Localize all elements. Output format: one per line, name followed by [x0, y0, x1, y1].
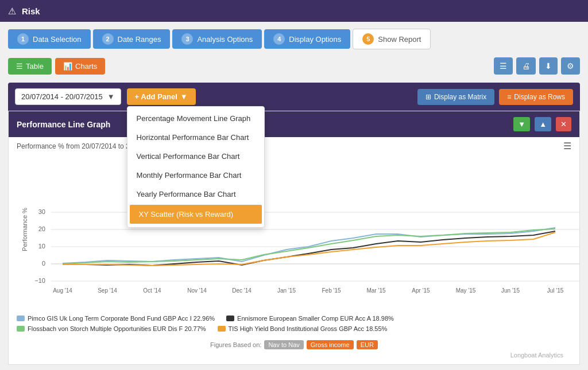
- charts-icon: 📊: [63, 62, 72, 71]
- chart-legend: Pimco GIS Uk Long Term Corporate Bond Fu…: [9, 310, 579, 337]
- step-label-4: Display Options: [289, 35, 341, 44]
- legend-color-pimco: [17, 316, 25, 321]
- figures-label: Figures Based on:: [210, 341, 261, 348]
- wizard-step-date-ranges[interactable]: 2 Date Ranges: [93, 29, 171, 49]
- display-rows-icon: ≡: [507, 93, 511, 101]
- table-label: Table: [26, 62, 44, 71]
- panel-right-buttons: ⊞ Display as Matrix ≡ Display as Rows: [417, 89, 573, 105]
- step-badge-5: 5: [362, 33, 374, 45]
- svg-text:0: 0: [42, 260, 45, 267]
- export-list-button[interactable]: ☰: [494, 57, 513, 75]
- toolbar: ☰ Table 📊 Charts ☰ 🖨 ⬇ ⚙: [8, 57, 580, 75]
- chart-area: Performance % 30 20 10 0 −10 Aug '14: [9, 155, 579, 310]
- add-panel-dropdown: Percentage Movement Line GraphHorizontal…: [127, 106, 265, 228]
- add-panel-caret-icon: ▼: [180, 92, 188, 101]
- charts-label: Charts: [75, 62, 97, 71]
- settings-button[interactable]: ⚙: [561, 57, 580, 75]
- dropdown-item-monthly-bar[interactable]: Monthly Performance Bar Chart: [127, 166, 264, 185]
- panel-container: 20/07/2014 - 20/07/2015 ▼ + Add Panel ▼ …: [8, 83, 580, 111]
- wizard-step-display-options[interactable]: 4 Display Options: [264, 29, 350, 49]
- dropdown-item-xy-scatter[interactable]: XY Scatter (Risk vs Reward): [130, 205, 262, 224]
- chart-footer: Figures Based on: Nav to Nav Gross incom…: [9, 337, 579, 364]
- legend-item-pimco: Pimco GIS Uk Long Term Corporate Bond Fu…: [17, 315, 215, 322]
- legend-item-tis: TIS High Yield Bond Institutional Gross …: [218, 325, 388, 332]
- wizard-step-analysis-options[interactable]: 3 Analysis Options: [172, 29, 262, 49]
- date-range-select[interactable]: 20/07/2014 - 20/07/2015 ▼: [15, 88, 121, 105]
- legend-label-flossbach: Flossbach von Storch Multiple Opportunit…: [28, 325, 206, 332]
- print-button[interactable]: 🖨: [516, 57, 536, 75]
- badge-gross-income[interactable]: Gross income: [307, 340, 354, 349]
- svg-text:Dec '14: Dec '14: [232, 287, 252, 294]
- step-label-1: Data Selection: [33, 35, 82, 44]
- dropdown-item-percentage-movement[interactable]: Percentage Movement Line Graph: [127, 109, 264, 128]
- wizard-step-show-report[interactable]: 5 Show Report: [353, 29, 431, 49]
- svg-text:Sep '14: Sep '14: [98, 287, 117, 294]
- legend-label-ennismore: Ennismore European Smaller Comp EUR Acc …: [237, 315, 394, 322]
- svg-text:Apr '15: Apr '15: [412, 287, 430, 294]
- svg-text:Aug '14: Aug '14: [53, 287, 72, 294]
- badge-eur[interactable]: EUR: [357, 340, 378, 349]
- toolbar-right: ☰ 🖨 ⬇ ⚙: [494, 57, 580, 75]
- legend-color-tis: [218, 326, 226, 332]
- step-badge-3: 3: [181, 33, 193, 45]
- svg-text:Jul '15: Jul '15: [547, 287, 564, 294]
- dropdown-item-vertical-bar[interactable]: Vertical Performance Bar Chart: [127, 147, 264, 166]
- main-content: 1 Data Selection 2 Date Ranges 3 Analysi…: [0, 22, 588, 370]
- legend-label-tis: TIS High Yield Bond Institutional Gross …: [229, 325, 388, 332]
- wizard-steps: 1 Data Selection 2 Date Ranges 3 Analysi…: [8, 29, 580, 49]
- step-label-2: Date Ranges: [118, 35, 161, 44]
- svg-text:30: 30: [38, 208, 45, 215]
- svg-text:May '15: May '15: [456, 287, 476, 294]
- legend-color-flossbach: [17, 326, 25, 332]
- svg-text:−10: −10: [34, 277, 45, 284]
- svg-text:Performance %: Performance %: [21, 208, 28, 251]
- chart-menu-icon[interactable]: ☰: [563, 141, 571, 151]
- step-label-3: Analysis Options: [197, 35, 253, 44]
- chart-title: Performance Line Graph: [17, 120, 110, 129]
- chart-add-button[interactable]: ▼: [513, 117, 530, 131]
- svg-text:Oct '14: Oct '14: [143, 287, 161, 294]
- wizard-step-data-selection[interactable]: 1 Data Selection: [8, 29, 91, 49]
- chart-header-right: ▼ ▲ ✕: [513, 117, 571, 131]
- branding: Longboat Analytics: [17, 352, 571, 359]
- chart-close-button[interactable]: ✕: [556, 117, 571, 131]
- step-badge-1: 1: [17, 33, 29, 45]
- dropdown-item-yearly-bar[interactable]: Yearly Performance Bar Chart: [127, 185, 264, 204]
- chart-subtitle-bar: Performance % from 20/07/2014 to 20/07/2…: [9, 137, 579, 155]
- app-title: Risk: [22, 6, 40, 16]
- svg-text:Feb '15: Feb '15: [322, 287, 341, 294]
- charts-button[interactable]: 📊 Charts: [55, 58, 105, 75]
- chart-header: Performance Line Graph ▼ ▲ ✕: [9, 111, 579, 137]
- footer-figures: Figures Based on: Nav to Nav Gross incom…: [17, 340, 571, 349]
- download-button[interactable]: ⬇: [539, 57, 558, 75]
- legend-item-flossbach: Flossbach von Storch Multiple Opportunit…: [17, 325, 206, 332]
- dropdown-item-horizontal-bar[interactable]: Horizontal Performance Bar Chart: [127, 128, 264, 147]
- add-panel-button[interactable]: + Add Panel ▼: [127, 88, 196, 105]
- chart-panel: Performance Line Graph ▼ ▲ ✕ Performance…: [8, 111, 580, 365]
- table-icon: ☰: [16, 62, 23, 71]
- svg-text:Jan '15: Jan '15: [277, 287, 296, 294]
- step-badge-2: 2: [102, 33, 114, 45]
- add-panel-label: + Add Panel: [135, 92, 177, 101]
- svg-text:Mar '15: Mar '15: [366, 287, 385, 294]
- chart-move-button[interactable]: ▲: [535, 117, 551, 131]
- display-rows-button[interactable]: ≡ Display as Rows: [499, 89, 573, 105]
- display-matrix-icon: ⊞: [425, 93, 431, 101]
- table-button[interactable]: ☰ Table: [8, 58, 52, 75]
- step-badge-4: 4: [273, 33, 285, 45]
- display-matrix-button[interactable]: ⊞ Display as Matrix: [417, 89, 494, 105]
- display-rows-label: Display as Rows: [514, 93, 565, 101]
- display-matrix-label: Display as Matrix: [434, 93, 486, 101]
- legend-color-ennismore: [226, 316, 234, 321]
- risk-icon: ⚠: [8, 6, 16, 17]
- svg-text:Jun '15: Jun '15: [501, 287, 520, 294]
- date-select-arrow-icon: ▼: [107, 92, 115, 101]
- svg-text:10: 10: [38, 243, 45, 250]
- legend-item-ennismore: Ennismore European Smaller Comp EUR Acc …: [226, 315, 394, 322]
- svg-text:Nov '14: Nov '14: [187, 287, 207, 294]
- badge-nav-to-nav[interactable]: Nav to Nav: [264, 340, 303, 349]
- legend-label-pimco: Pimco GIS Uk Long Term Corporate Bond Fu…: [28, 315, 215, 322]
- toolbar-left: ☰ Table 📊 Charts: [8, 58, 105, 75]
- svg-text:20: 20: [38, 225, 45, 232]
- performance-chart: Performance % 30 20 10 0 −10 Aug '14: [17, 155, 585, 304]
